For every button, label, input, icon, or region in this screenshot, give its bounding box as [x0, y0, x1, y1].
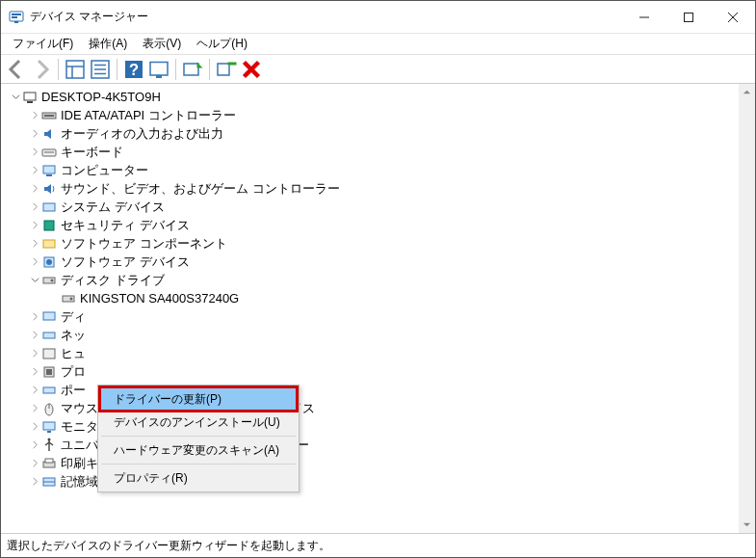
twisty-open-icon[interactable]: [9, 93, 22, 101]
twisty-closed-icon[interactable]: [28, 257, 41, 266]
show-hidden-button[interactable]: [64, 58, 87, 81]
svg-rect-32: [43, 203, 55, 211]
twisty-closed-icon[interactable]: [28, 404, 41, 412]
twisty-closed-icon[interactable]: [28, 367, 41, 376]
twisty-closed-icon[interactable]: [28, 331, 41, 339]
status-text: 選択したデバイスのドライバー更新ウィザードを起動します。: [7, 538, 330, 554]
svg-rect-2: [12, 16, 17, 18]
category-label: オーディオの入力および出力: [61, 125, 223, 143]
svg-rect-49: [43, 422, 55, 430]
twisty-closed-icon[interactable]: [28, 239, 41, 248]
scroll-up-icon[interactable]: [739, 84, 755, 100]
category-label: システム デバイス: [61, 199, 165, 216]
menu-action[interactable]: 操作(A): [81, 34, 135, 54]
minimize-button[interactable]: [622, 2, 666, 33]
usb-icon: [41, 438, 57, 453]
twisty-closed-icon[interactable]: [28, 477, 41, 486]
security-device-icon: [41, 218, 57, 233]
context-menu-scan-hw[interactable]: ハードウェア変更のスキャン(A): [100, 438, 297, 462]
tree-root[interactable]: DESKTOP-4K5TO9H: [3, 88, 755, 106]
storage-controller-icon: [41, 474, 57, 490]
tree-category[interactable]: ソフトウェア デバイス: [3, 252, 755, 271]
twisty-closed-icon[interactable]: [28, 111, 41, 120]
disable-button[interactable]: [240, 58, 263, 81]
menu-file[interactable]: ファイル(F): [5, 34, 81, 54]
svg-point-38: [51, 279, 54, 281]
forward-button[interactable]: [30, 58, 53, 81]
titlebar: デバイス マネージャー: [1, 1, 755, 34]
tree-category[interactable]: プロ: [3, 362, 755, 381]
tree-category[interactable]: IDE ATA/ATAPI コントローラー: [3, 106, 755, 124]
twisty-closed-icon[interactable]: [28, 147, 41, 156]
category-label: ソフトウェア コンポーネント: [61, 235, 227, 252]
twisty-closed-icon[interactable]: [28, 440, 41, 449]
sound-icon: [41, 181, 57, 197]
category-label: プロ: [61, 363, 86, 381]
hid-icon: [41, 346, 57, 361]
maximize-button[interactable]: [666, 2, 711, 33]
software-component-icon: [41, 236, 57, 252]
twisty-closed-icon[interactable]: [28, 184, 41, 193]
twisty-closed-icon[interactable]: [28, 221, 41, 229]
svg-rect-3: [14, 21, 18, 23]
scroll-down-icon[interactable]: [739, 517, 755, 533]
twisty-closed-icon[interactable]: [28, 202, 41, 211]
tree-category[interactable]: セキュリティ デバイス: [3, 216, 755, 234]
system-device-icon: [41, 199, 57, 215]
svg-rect-17: [150, 62, 168, 75]
context-menu-separator: [101, 464, 296, 465]
tree-device-kingston[interactable]: KINGSTON SA400S37240G: [3, 289, 755, 307]
vertical-scrollbar[interactable]: [739, 84, 755, 533]
app-icon: [9, 10, 24, 25]
context-menu-update-driver[interactable]: ドライバーの更新(P): [100, 387, 297, 411]
category-label: キーボード: [61, 144, 123, 161]
properties-button[interactable]: [89, 58, 112, 81]
category-label: サウンド、ビデオ、およびゲーム コントローラー: [61, 180, 340, 198]
context-menu-properties[interactable]: プロパティ(R): [100, 466, 297, 490]
uninstall-button[interactable]: [215, 58, 238, 81]
update-driver-button[interactable]: [181, 58, 204, 81]
svg-rect-21: [228, 62, 237, 65]
twisty-closed-icon[interactable]: [28, 459, 41, 467]
twisty-closed-icon[interactable]: [28, 129, 41, 138]
twisty-closed-icon[interactable]: [28, 422, 41, 431]
scan-button[interactable]: [147, 58, 170, 81]
svg-rect-42: [43, 332, 55, 338]
ide-controller-icon: [41, 108, 57, 123]
tree-category[interactable]: システム デバイス: [3, 198, 755, 216]
network-adapter-icon: [41, 328, 57, 343]
tree-category-disk-drives[interactable]: ディスク ドライブ: [3, 271, 755, 289]
svg-rect-43: [43, 349, 55, 359]
twisty-closed-icon[interactable]: [28, 312, 41, 321]
close-button[interactable]: [711, 2, 755, 33]
svg-rect-1: [12, 13, 21, 15]
tree-category[interactable]: ヒュ: [3, 344, 755, 362]
svg-rect-41: [43, 312, 55, 320]
help-button[interactable]: ?: [122, 58, 145, 81]
category-label: コンピューター: [61, 162, 148, 179]
tree-category[interactable]: キーボード: [3, 143, 755, 161]
tree-category[interactable]: オーディオの入力および出力: [3, 124, 755, 143]
twisty-closed-icon[interactable]: [28, 385, 41, 394]
tree-category[interactable]: サウンド、ビデオ、およびゲーム コントローラー: [3, 179, 755, 198]
window-title: デバイス マネージャー: [30, 9, 148, 25]
disk-drive-icon: [61, 291, 76, 306]
menu-help[interactable]: ヘルプ(H): [189, 34, 255, 54]
processor-icon: [41, 364, 57, 380]
twisty-closed-icon[interactable]: [28, 349, 41, 358]
device-tree[interactable]: DESKTOP-4K5TO9H IDE ATA/ATAPI コントローラー オー…: [1, 84, 755, 534]
twisty-closed-icon[interactable]: [28, 166, 41, 174]
root-label: DESKTOP-4K5TO9H: [41, 90, 161, 104]
back-button[interactable]: [5, 58, 28, 81]
tree-category[interactable]: ネッ: [3, 326, 755, 344]
svg-rect-27: [44, 115, 54, 117]
context-menu-uninstall[interactable]: デバイスのアンインストール(U): [100, 411, 297, 434]
tree-category[interactable]: ディ: [3, 307, 755, 326]
svg-rect-19: [184, 64, 198, 75]
tree-category[interactable]: ソフトウェア コンポーネント: [3, 234, 755, 252]
menu-view[interactable]: 表示(V): [135, 34, 189, 54]
svg-rect-45: [46, 369, 52, 375]
twisty-open-icon[interactable]: [28, 276, 41, 284]
tree-category[interactable]: コンピューター: [3, 161, 755, 179]
svg-rect-33: [44, 221, 54, 230]
